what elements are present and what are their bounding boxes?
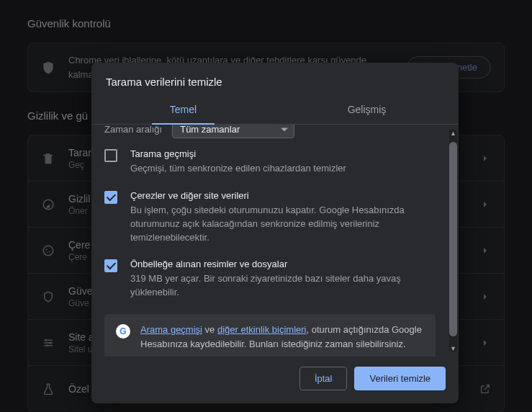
option-cached[interactable]: Önbelleğe alınan resimler ve dosyalar 31… [104, 259, 436, 300]
option-title: Önbelleğe alınan resimler ve dosyalar [130, 259, 436, 269]
option-title: Tarama geçmişi [130, 148, 436, 159]
dialog-actions: İptal Verileri temizle [91, 357, 459, 403]
checkbox-cookies[interactable] [104, 191, 117, 204]
scrollbar-track[interactable]: ▲ ▼ [449, 129, 457, 352]
time-range-select[interactable]: Tüm zamanlar [172, 125, 294, 138]
checkbox-cached[interactable] [104, 259, 117, 272]
tab-basic[interactable]: Temel [91, 97, 275, 124]
clear-browsing-data-dialog: Tarama verilerini temizle Temel Gelişmiş… [91, 63, 459, 403]
option-browsing-history[interactable]: Tarama geçmişi Geçmişi, tüm senkronize e… [104, 148, 436, 176]
chevron-down-icon [281, 127, 288, 131]
info-text: Arama geçmişi ve diğer etkinlik biçimler… [140, 323, 424, 351]
google-account-info: G Arama geçmişi ve diğer etkinlik biçiml… [104, 314, 436, 357]
clear-data-button[interactable]: Verileri temizle [354, 367, 446, 390]
google-icon: G [116, 324, 130, 339]
scroll-down-icon[interactable]: ▼ [449, 344, 457, 352]
scrollbar-thumb[interactable] [449, 142, 457, 336]
info-text-mid: ve [202, 324, 217, 335]
checkbox-browsing-history[interactable] [104, 149, 117, 162]
option-desc: Bu işlem, çoğu sitedeki oturumunuzu kapa… [130, 204, 436, 245]
time-range-value: Tüm zamanlar [180, 125, 240, 135]
time-range-label: Zaman aralığı [104, 125, 162, 135]
cancel-button[interactable]: İptal [299, 367, 348, 390]
option-desc: Geçmişi, tüm senkronize edilen cihazlard… [130, 162, 436, 176]
scroll-up-icon[interactable]: ▲ [449, 129, 457, 137]
dialog-body: Zaman aralığı Tüm zamanlar Tarama geçmiş… [91, 125, 459, 357]
option-title: Çerezler ve diğer site verileri [130, 190, 436, 201]
option-cookies[interactable]: Çerezler ve diğer site verileri Bu işlem… [104, 190, 436, 245]
dialog-title: Tarama verilerini temizle [91, 63, 459, 97]
link-search-history[interactable]: Arama geçmişi [140, 324, 202, 335]
tab-advanced[interactable]: Gelişmiş [275, 97, 459, 124]
option-desc: 319 MB yer açar. Bir sonraki ziyaretiniz… [130, 272, 436, 300]
link-other-activity[interactable]: diğer etkinlik biçimleri [217, 324, 307, 335]
dialog-tabs: Temel Gelişmiş [91, 97, 459, 125]
